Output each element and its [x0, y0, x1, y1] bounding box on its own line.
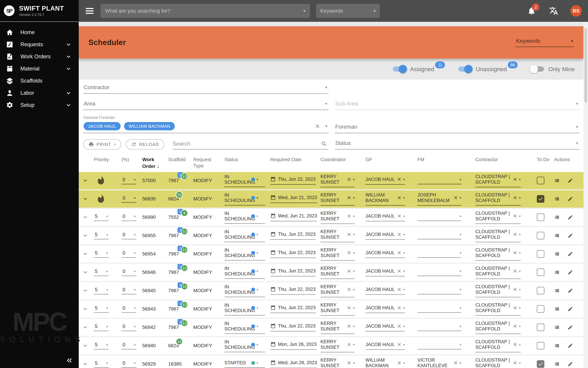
clear-icon[interactable]: ✕ — [513, 213, 517, 219]
percent-select[interactable]: 0▾ — [121, 342, 136, 350]
contractor-select[interactable]: CLOUDSTRAP | SCAFFOLD✕▾ — [475, 211, 521, 224]
clear-icon[interactable]: ✕ — [315, 123, 320, 130]
required-date-field[interactable]: Thu, Jun 22, 2023 — [270, 323, 316, 331]
clear-icon[interactable]: ✕ — [513, 195, 517, 201]
user-avatar[interactable]: BS — [570, 5, 582, 17]
fm-select[interactable]: JOSEPH MENDLEBALM✕▾ — [417, 192, 461, 206]
clear-icon[interactable]: ✕ — [397, 231, 401, 238]
gf-select[interactable]: JACOB HAUL✕▾ — [365, 231, 405, 240]
reload-button[interactable]: RELOAD — [126, 139, 164, 149]
gf-select[interactable]: JACOB HAUL✕▾ — [365, 286, 405, 295]
clear-icon[interactable]: ✕ — [513, 323, 517, 329]
todo-checkbox[interactable] — [537, 323, 544, 331]
required-date-field[interactable]: Thu, Jun 22, 2023 — [270, 250, 316, 258]
clear-icon[interactable]: ✕ — [397, 213, 401, 219]
clear-icon[interactable]: ✕ — [347, 286, 351, 293]
status-filter[interactable]: Status ▾ — [335, 138, 579, 149]
row-edit-button[interactable] — [568, 288, 573, 293]
todo-checkbox[interactable] — [537, 287, 544, 294]
contractor-select[interactable]: CLOUDSTRAP | SCAFFOLD✕▾ — [475, 358, 521, 368]
fm-select[interactable]: ▾ — [417, 287, 461, 294]
sidebar-item-requests[interactable]: Requests — [0, 38, 79, 51]
row-details-button[interactable] — [554, 269, 560, 275]
contractor-select[interactable]: CLOUDSTRAP | SCAFFOLD✕▾ — [475, 302, 521, 316]
clear-icon[interactable]: ✕ — [513, 286, 517, 293]
row-edit-button[interactable] — [568, 269, 573, 275]
gf-select[interactable]: WILLIAM BACKMAN✕▾ — [365, 192, 405, 206]
fm-select[interactable]: ▾ — [417, 269, 461, 276]
priority-select[interactable]: 5▾ — [94, 360, 109, 368]
sidebar-item-setup[interactable]: Setup — [0, 99, 79, 111]
clear-icon[interactable]: ✕ — [347, 195, 351, 201]
scrollbar-thumb[interactable] — [584, 28, 587, 102]
sidebar-item-scaffolds[interactable]: Scaffolds — [0, 75, 79, 87]
todo-checkbox[interactable] — [537, 232, 544, 239]
clear-icon[interactable]: ✕ — [453, 195, 458, 201]
gf-select[interactable]: JACOB HAUL✕▾ — [365, 213, 405, 221]
row-details-button[interactable] — [554, 251, 560, 257]
gf-select[interactable]: JACOB HAUL✕▾ — [365, 268, 405, 276]
row-details-button[interactable] — [554, 178, 560, 184]
clear-icon[interactable]: ✕ — [397, 341, 401, 348]
row-edit-button[interactable] — [568, 324, 573, 330]
todo-checkbox[interactable] — [537, 250, 544, 258]
status-select[interactable]: IN SCHEDULING▾ — [225, 229, 265, 242]
clear-icon[interactable]: ✕ — [513, 360, 517, 366]
only-mine-switch[interactable] — [531, 66, 544, 72]
contractor-select[interactable]: CLOUDSTRAP | SCAFFOLD✕▾ — [475, 229, 521, 242]
general-foreman-chip[interactable]: WILLIAM BACKMAN — [124, 122, 175, 130]
status-select[interactable]: IN SCHEDULING▾ — [225, 193, 265, 205]
row-expand-chevron[interactable] — [82, 251, 88, 257]
contractor-select[interactable]: CLOUDSTRAP | SCAFFOLD✕▾ — [475, 192, 521, 206]
contractor-filter[interactable]: Contractor ▾ — [83, 83, 329, 94]
sidebar-item-work-orders[interactable]: Work Orders — [0, 51, 79, 63]
percent-select[interactable]: 0▾ — [121, 195, 136, 203]
row-edit-button[interactable] — [568, 178, 573, 183]
clear-icon[interactable]: ✕ — [397, 195, 401, 201]
todo-checkbox[interactable] — [537, 342, 544, 350]
required-date-field[interactable]: Thu, Jun 22, 2023 — [270, 232, 316, 240]
clear-icon[interactable]: ✕ — [397, 250, 401, 256]
clear-icon[interactable]: ✕ — [397, 268, 401, 274]
print-button[interactable]: PRINT ▾ — [83, 139, 121, 149]
row-details-button[interactable] — [554, 306, 560, 312]
todo-checkbox[interactable] — [537, 213, 544, 221]
coordinator-select[interactable]: KERRY SUNSET✕▾ — [320, 192, 355, 206]
status-select[interactable]: IN SCHEDULING▾ — [225, 211, 265, 224]
sidebar-item-home[interactable]: Home — [0, 26, 79, 38]
gf-select[interactable]: JACOB HAUL✕▾ — [365, 305, 405, 313]
fm-select[interactable]: ▾ — [417, 177, 461, 184]
contractor-select[interactable]: CLOUDSTRAP | SCAFFOLD✕▾ — [475, 284, 521, 297]
contractor-select[interactable]: CLOUDSTRAP | SCAFFOLD✕▾ — [475, 266, 521, 279]
percent-select[interactable]: 0▾ — [121, 323, 136, 331]
coordinator-select[interactable]: KERRY SUNSET✕▾ — [320, 174, 355, 187]
row-expand-chevron[interactable] — [82, 306, 88, 312]
clear-icon[interactable]: ✕ — [513, 231, 517, 238]
status-select[interactable]: STARTED▾ — [225, 360, 265, 368]
clear-icon[interactable]: ✕ — [397, 176, 401, 183]
row-edit-button[interactable] — [568, 361, 573, 367]
row-expand-chevron[interactable] — [82, 269, 88, 276]
fm-select[interactable]: ▾ — [417, 342, 461, 350]
coordinator-select[interactable]: KERRY SUNSET✕▾ — [320, 266, 355, 279]
contractor-select[interactable]: CLOUDSTRAP | SCAFFOLD✕▾ — [475, 247, 521, 261]
fm-select[interactable]: ▾ — [417, 324, 461, 331]
required-date-field[interactable]: Wed, Jun 28, 2023 — [270, 360, 317, 368]
row-expand-chevron[interactable] — [82, 196, 88, 202]
sidebar-collapse-button[interactable]: « — [67, 355, 72, 365]
coordinator-select[interactable]: KERRY SUNSET✕▾ — [320, 339, 355, 352]
translate-button[interactable] — [549, 6, 558, 16]
gf-select[interactable]: JACOB HAUL✕▾ — [365, 250, 405, 258]
clear-icon[interactable]: ✕ — [397, 323, 401, 329]
row-edit-button[interactable] — [568, 306, 573, 312]
row-edit-button[interactable] — [568, 251, 573, 257]
global-keywords-select[interactable]: Keywords ▾ — [316, 4, 380, 18]
row-details-button[interactable] — [554, 288, 560, 294]
status-select[interactable]: IN SCHEDULING▾ — [225, 248, 265, 260]
required-date-field[interactable]: Wed, Jun 21, 2023 — [270, 195, 317, 203]
assigned-switch[interactable] — [393, 66, 406, 72]
clear-icon[interactable]: ✕ — [347, 250, 351, 256]
priority-select[interactable]: 5▾ — [94, 250, 109, 258]
foreman-filter[interactable]: Foreman ▾ — [335, 122, 579, 133]
status-select[interactable]: IN SCHEDULING▾ — [225, 284, 265, 297]
